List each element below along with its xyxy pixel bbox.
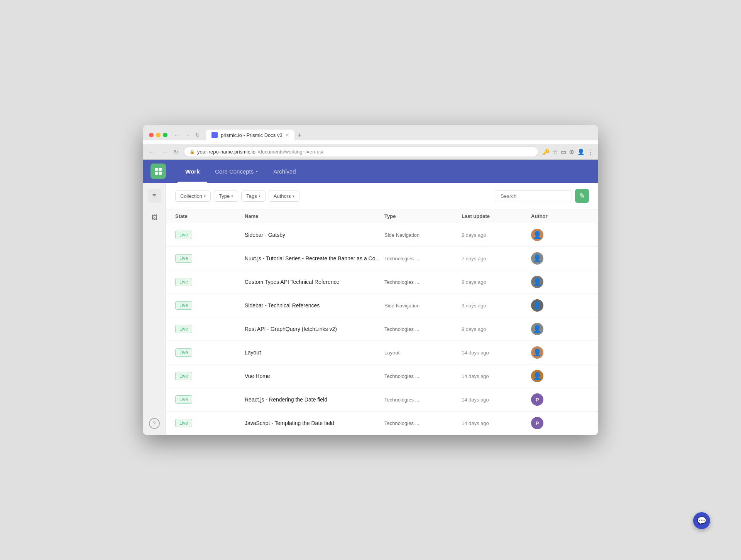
live-badge: Live [175, 372, 192, 380]
row-author: 👤 [531, 370, 589, 382]
row-author: P [531, 393, 589, 406]
col-author: Author [531, 213, 589, 219]
row-type: Side Navigation [384, 232, 462, 238]
row-type: Technologies ... [384, 326, 462, 332]
table-row[interactable]: Live Nuxt.js - Tutorial Series - Recreat… [166, 247, 598, 270]
row-date: 8 days ago [462, 279, 531, 285]
authors-chevron-icon: ▾ [293, 194, 294, 198]
url-path: /documents/working~l=en-us/ [258, 149, 323, 155]
table-row[interactable]: Live Layout Layout 14 days ago 👤 [166, 341, 598, 364]
search-area: ✎ [495, 189, 589, 203]
pencil-icon: ✎ [579, 192, 585, 200]
row-state: Live [175, 254, 245, 263]
type-filter[interactable]: Type ▾ [214, 191, 238, 202]
bookmark-icon[interactable]: ☆ [553, 148, 558, 155]
help-icon[interactable]: ? [149, 418, 160, 429]
row-name: Rest API - GraphQuery (fetchLinks v2) [245, 326, 384, 332]
app-logo[interactable] [151, 164, 166, 179]
svg-rect-2 [155, 172, 158, 175]
live-badge: Live [175, 278, 192, 286]
row-author: 👤 [531, 299, 589, 312]
forward-button[interactable]: → [183, 131, 191, 139]
tab-close-icon[interactable]: ✕ [286, 133, 289, 138]
search-input[interactable] [495, 190, 572, 202]
row-state: Live [175, 372, 245, 380]
row-name: Layout [245, 349, 384, 356]
row-date: 14 days ago [462, 373, 531, 379]
sidebar-icon-media[interactable]: 🖼 [147, 211, 161, 224]
table-row[interactable]: Live JavaScript - Templating the Date fi… [166, 412, 598, 435]
row-date: 14 days ago [462, 420, 531, 426]
author-avatar: 👤 [531, 299, 543, 312]
row-name: Sidebar - Gatsby [245, 232, 384, 238]
chat-fab-button[interactable]: 💬 [693, 512, 710, 529]
close-button[interactable] [149, 133, 154, 137]
nav-items: Work Core Concepts ▾ Archived [178, 160, 304, 183]
col-state: State [175, 213, 245, 219]
docs-icon: ≡ [152, 192, 156, 199]
tab-title: prismic.io - Prismic Docs v3 [221, 132, 283, 138]
collection-filter[interactable]: Collection ▾ [175, 191, 211, 202]
collection-chevron-icon: ▾ [204, 194, 206, 198]
table-body: Live Sidebar - Gatsby Side Navigation 2 … [166, 223, 598, 435]
reload-nav-button[interactable]: ↻ [172, 148, 180, 156]
table-row[interactable]: Live Rest API - GraphQuery (fetchLinks v… [166, 317, 598, 341]
traffic-lights [149, 133, 167, 137]
live-badge: Live [175, 419, 192, 427]
table-row[interactable]: Live Vue Home Technologies ... 14 days a… [166, 364, 598, 388]
fullscreen-button[interactable] [163, 133, 167, 137]
row-state: Live [175, 395, 245, 404]
address-bar[interactable]: 🔒 your-repo-name.prismic.io /documents/w… [184, 147, 538, 157]
col-type: Type [384, 213, 462, 219]
back-button[interactable]: ← [172, 131, 181, 139]
minimize-button[interactable] [156, 133, 161, 137]
sidebar-icon-docs[interactable]: ≡ [147, 189, 161, 203]
row-state: Live [175, 325, 245, 333]
nav-item-archived[interactable]: Archived [266, 160, 303, 183]
col-last-update: Last update [462, 213, 531, 219]
cast-icon[interactable]: ▭ [561, 148, 566, 155]
row-date: 2 days ago [462, 232, 531, 238]
row-author: 👤 [531, 252, 589, 265]
tab-favicon [211, 132, 218, 138]
col-name: Name [245, 213, 384, 219]
author-avatar: P [531, 417, 543, 429]
authors-filter[interactable]: Authors ▾ [269, 191, 299, 202]
author-avatar: 👤 [531, 252, 543, 265]
extensions-icon[interactable]: ⊕ [569, 148, 574, 155]
new-tab-button[interactable]: + [294, 132, 305, 140]
browser-tab[interactable]: prismic.io - Prismic Docs v3 ✕ [206, 130, 294, 140]
chevron-down-icon: ▾ [256, 169, 258, 174]
row-state: Live [175, 231, 245, 239]
table-row[interactable]: Live Sidebar - Technical References Side… [166, 294, 598, 317]
media-icon: 🖼 [151, 214, 157, 221]
table-header: State Name Type Last update Author [166, 209, 598, 223]
forward-nav-button[interactable]: → [160, 148, 168, 156]
author-avatar: 👤 [531, 323, 543, 335]
live-badge: Live [175, 325, 192, 333]
row-author: 👤 [531, 346, 589, 359]
reload-button[interactable]: ↻ [194, 131, 201, 139]
table-row[interactable]: Live Custom Types API Technical Referenc… [166, 270, 598, 294]
tags-filter[interactable]: Tags ▾ [241, 191, 265, 202]
live-badge: Live [175, 348, 192, 357]
table-row[interactable]: Live Sidebar - Gatsby Side Navigation 2 … [166, 223, 598, 247]
nav-item-work[interactable]: Work [178, 160, 207, 183]
row-name: Custom Types API Technical Reference [245, 279, 384, 285]
svg-rect-0 [155, 168, 158, 171]
row-type: Technologies ... [384, 420, 462, 426]
url-domain: your-repo-name.prismic.io [197, 149, 255, 155]
row-author: P [531, 417, 589, 429]
nav-item-core-concepts[interactable]: Core Concepts ▾ [207, 160, 266, 183]
row-date: 9 days ago [462, 326, 531, 332]
profile-icon[interactable]: 👤 [577, 148, 585, 155]
table-row[interactable]: Live React.js - Rendering the Date field… [166, 388, 598, 412]
doc-table: State Name Type Last update Author Live … [166, 209, 598, 435]
back-nav-button[interactable]: ← [147, 148, 156, 156]
new-doc-button[interactable]: ✎ [575, 189, 589, 203]
type-chevron-icon: ▾ [231, 194, 233, 198]
menu-icon[interactable]: ⋮ [588, 148, 594, 155]
row-name: React.js - Rendering the Date field [245, 396, 384, 403]
live-badge: Live [175, 254, 192, 263]
row-state: Live [175, 301, 245, 310]
